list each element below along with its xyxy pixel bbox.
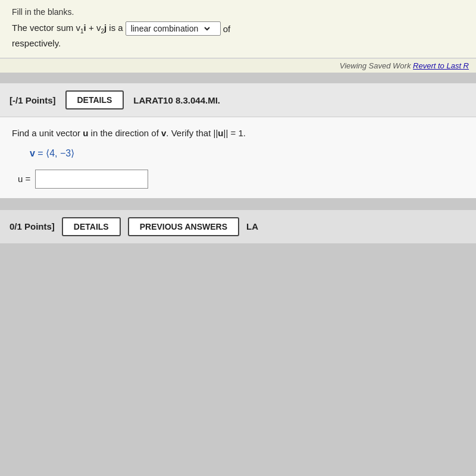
sentence-start: The vector sum v1i + v2j is a	[12, 23, 123, 35]
problem-body: Find a unit vector u in the direction of…	[0, 117, 476, 198]
points-label: [-/1 Points]	[10, 95, 56, 105]
problem-header: [-/1 Points] DETAILS LARAT10 8.3.044.MI.	[0, 83, 476, 117]
gap-1	[0, 73, 476, 83]
la-label: LA	[246, 221, 258, 231]
saved-work-bar: Viewing Saved Work Revert to Last R	[0, 58, 476, 73]
u-answer-input[interactable]	[35, 170, 148, 189]
previous-answers-button[interactable]: PREVIOUS ANSWERS	[128, 217, 239, 236]
vector-sum-line: The vector sum v1i + v2j is a linear com…	[12, 21, 464, 36]
remaining-space	[0, 243, 476, 477]
problem-code: LARAT10 8.3.044.MI.	[133, 95, 220, 105]
bottom-section: 0/1 Points] DETAILS PREVIOUS ANSWERS LA	[0, 210, 476, 243]
answer-line: u =	[18, 170, 464, 189]
viewing-saved-work-text: Viewing Saved Work	[340, 61, 411, 70]
of-text: of	[223, 24, 231, 34]
linear-combination-select[interactable]: linear combination scalar multiple unit …	[129, 23, 212, 34]
details-button[interactable]: DETAILS	[65, 90, 124, 109]
linear-combination-dropdown-wrapper[interactable]: linear combination scalar multiple unit …	[126, 21, 221, 36]
u-label: u =	[18, 174, 30, 184]
gap-2	[0, 198, 476, 210]
bottom-points-label: 0/1 Points]	[10, 221, 55, 231]
fill-blanks-title: Fill in the blanks.	[12, 7, 464, 17]
bottom-header: 0/1 Points] DETAILS PREVIOUS ANSWERS LA	[0, 210, 476, 243]
problem-instruction: Find a unit vector u in the direction of…	[12, 127, 464, 140]
vector-v-display: v = ⟨4, −3⟩	[30, 148, 464, 159]
revert-to-last-link[interactable]: Revert to Last R	[413, 61, 469, 70]
main-problem-section: [-/1 Points] DETAILS LARAT10 8.3.044.MI.…	[0, 83, 476, 198]
bottom-details-button[interactable]: DETAILS	[62, 217, 121, 236]
respectively-line: respectively.	[12, 38, 464, 48]
